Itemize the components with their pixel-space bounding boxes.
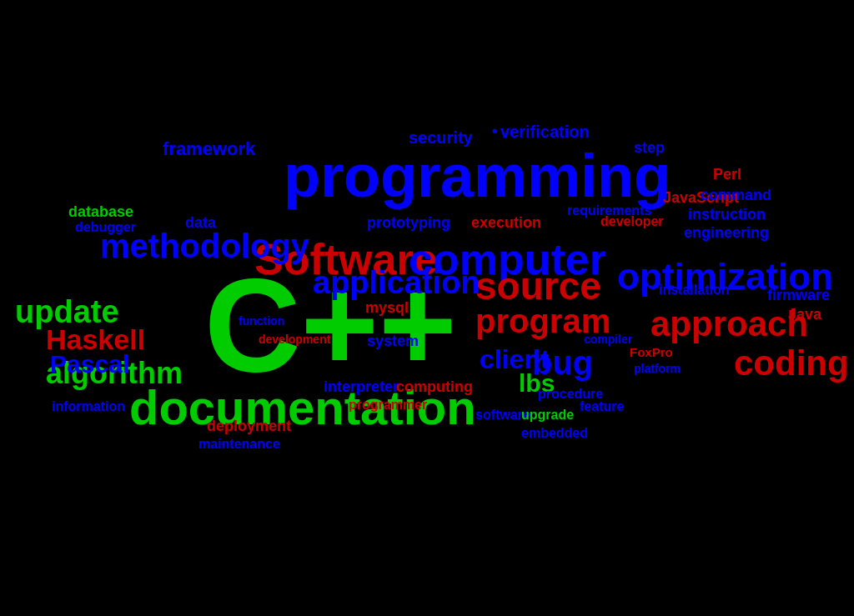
word-execution: execution (471, 215, 541, 230)
word-compiler: compiler (584, 333, 632, 345)
word-firmware: firmware (767, 288, 830, 303)
word-programmer: programmer (349, 398, 427, 412)
word-deployment: deployment (207, 418, 291, 433)
word-system: system (367, 333, 419, 348)
word-installation: installation (659, 283, 729, 297)
word-mysql: mysql (365, 300, 409, 315)
word-instruction: instruction (688, 207, 766, 222)
word-maintenance: maintenance (198, 438, 280, 451)
word-application: application (313, 267, 480, 298)
word-coding: coding (734, 346, 849, 381)
word-function: function (239, 315, 284, 327)
word-prototyping: prototyping (367, 215, 450, 230)
word-methodology: methodology (100, 229, 309, 263)
word-development: development (259, 333, 330, 345)
word-information: information (52, 400, 125, 413)
word-database: database (68, 204, 133, 219)
word-security: security (409, 129, 473, 146)
word-upgrade: upgrade (521, 408, 574, 422)
word-cloud: programmingC++documentationSoftwarecompu… (0, 0, 854, 616)
word-data: data (185, 215, 216, 230)
word-feature: feature (580, 400, 624, 413)
word-: • (492, 123, 497, 138)
word-engineering: engineering (684, 225, 769, 240)
word-embedded: embedded (521, 427, 588, 440)
word-haskell: Haskell (46, 325, 145, 353)
word-pascal: Pascal (50, 352, 129, 377)
word-approach: approach (651, 307, 808, 342)
word-foxpro: FoxPro (630, 346, 673, 358)
word-command: command (701, 188, 771, 203)
word-programming: programming (284, 146, 671, 206)
word-interpreter: interpreter (324, 379, 399, 394)
word-platform: platform (634, 363, 681, 374)
word-perl: Perl (713, 167, 741, 182)
word-debugger: debugger (75, 221, 136, 234)
word-source: source (475, 267, 601, 305)
word-step: step (634, 140, 665, 155)
word-framework: framework (163, 140, 255, 158)
word-verification: verification (500, 123, 590, 140)
word-developer: developer (600, 215, 664, 228)
word-java: Java (788, 307, 821, 322)
word-computing: computing (396, 379, 473, 394)
